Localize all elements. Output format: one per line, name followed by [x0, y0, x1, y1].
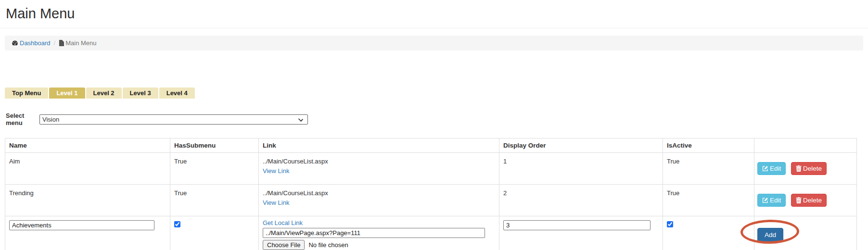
delete-button[interactable]: Delete — [791, 194, 827, 207]
delete-button-label: Delete — [803, 197, 822, 204]
header-link: Link — [259, 138, 499, 153]
table-row: Aim True ../Main/CourseList.aspx View Li… — [5, 153, 857, 185]
choose-file-button[interactable]: Choose File — [263, 240, 305, 250]
tab-level-4[interactable]: Level 4 — [159, 88, 195, 99]
is-active-checkbox[interactable] — [667, 221, 673, 227]
breadcrumb: Dashboard / Main Menu — [5, 36, 863, 50]
cell-has-submenu: True — [170, 153, 259, 185]
display-order-input[interactable] — [503, 220, 651, 230]
cell-name: Aim — [5, 153, 170, 185]
cell-is-active-checkbox — [663, 216, 754, 250]
cell-add-action: Add — [754, 216, 857, 250]
edit-icon — [762, 197, 768, 203]
file-status-text: No file chosen — [308, 241, 348, 249]
edit-button[interactable]: Edit — [757, 194, 786, 207]
tab-level-2[interactable]: Level 2 — [86, 88, 122, 99]
delete-button[interactable]: Delete — [791, 162, 827, 175]
menu-table: Name HasSubmenu Link Display Order IsAct… — [5, 138, 857, 250]
delete-button-label: Delete — [803, 165, 822, 172]
add-button-label: Add — [765, 231, 776, 238]
breadcrumb-current-label: Main Menu — [65, 39, 96, 47]
cell-name-input — [5, 216, 170, 250]
edit-icon — [762, 165, 768, 172]
cell-is-active: True — [663, 153, 754, 185]
page-title: Main Menu — [6, 6, 868, 22]
edit-button[interactable]: Edit — [757, 162, 786, 175]
level-tabs: Top Menu Level 1 Level 2 Level 3 Level 4 — [5, 88, 868, 99]
name-input[interactable] — [9, 220, 154, 230]
menu-select-value: Vision — [42, 116, 59, 123]
get-local-link[interactable]: Get Local Link — [263, 219, 303, 226]
breadcrumb-separator: / — [54, 39, 56, 47]
breadcrumb-dashboard-label: Dashboard — [20, 39, 51, 47]
select-menu-row: Select menu Vision — [6, 112, 868, 126]
view-link[interactable]: View Link — [263, 167, 289, 175]
tab-top-menu[interactable]: Top Menu — [5, 88, 48, 99]
file-icon — [59, 40, 64, 46]
has-submenu-checkbox[interactable] — [174, 221, 180, 227]
header-display-order: Display Order — [499, 138, 663, 153]
tab-level-3[interactable]: Level 3 — [123, 88, 158, 99]
edit-button-label: Edit — [770, 197, 781, 204]
chevron-down-icon — [298, 116, 303, 121]
add-button[interactable]: Add — [757, 228, 783, 242]
header-name: Name — [5, 138, 170, 153]
edit-button-label: Edit — [770, 165, 781, 172]
trash-icon — [796, 165, 802, 172]
cell-has-submenu-checkbox — [170, 216, 259, 250]
menu-select[interactable]: Vision — [39, 114, 308, 125]
cell-actions: Edit Delete — [754, 153, 857, 185]
add-item-form-row: Get Local Link Choose File No file chose… — [5, 216, 857, 250]
file-input-row: Choose File No file chosen — [263, 240, 495, 250]
table-header-row: Name HasSubmenu Link Display Order IsAct… — [5, 138, 857, 153]
view-link[interactable]: View Link — [263, 199, 289, 206]
link-path: ../Main/CourseList.aspx — [263, 188, 495, 198]
cell-display-order: 1 — [499, 153, 663, 185]
cell-link-form: Get Local Link Choose File No file chose… — [259, 216, 499, 250]
dashboard-icon — [12, 40, 18, 46]
link-url-input[interactable] — [263, 228, 485, 238]
trash-icon — [796, 197, 802, 203]
cell-is-active: True — [663, 185, 754, 216]
cell-link: ../Main/CourseList.aspx View Link — [259, 153, 499, 185]
cell-has-submenu: True — [170, 185, 259, 216]
cell-link: ../Main/CourseList.aspx View Link — [259, 185, 499, 216]
cell-actions: Edit Delete — [754, 185, 857, 216]
breadcrumb-current: Main Menu — [59, 39, 96, 47]
breadcrumb-dashboard-link[interactable]: Dashboard — [12, 39, 51, 47]
header-has-submenu: HasSubmenu — [170, 138, 259, 153]
table-row: Trending True ../Main/CourseList.aspx Vi… — [5, 185, 857, 216]
select-menu-label: Select menu — [6, 112, 39, 126]
cell-display-order: 2 — [499, 185, 663, 216]
cell-name: Trending — [5, 185, 170, 216]
link-path: ../Main/CourseList.aspx — [263, 157, 495, 166]
tab-level-1[interactable]: Level 1 — [49, 88, 85, 99]
header-is-active: IsActive — [663, 138, 754, 153]
cell-display-order-input — [499, 216, 663, 250]
header-actions — [754, 138, 857, 153]
header-divider — [0, 28, 868, 28]
